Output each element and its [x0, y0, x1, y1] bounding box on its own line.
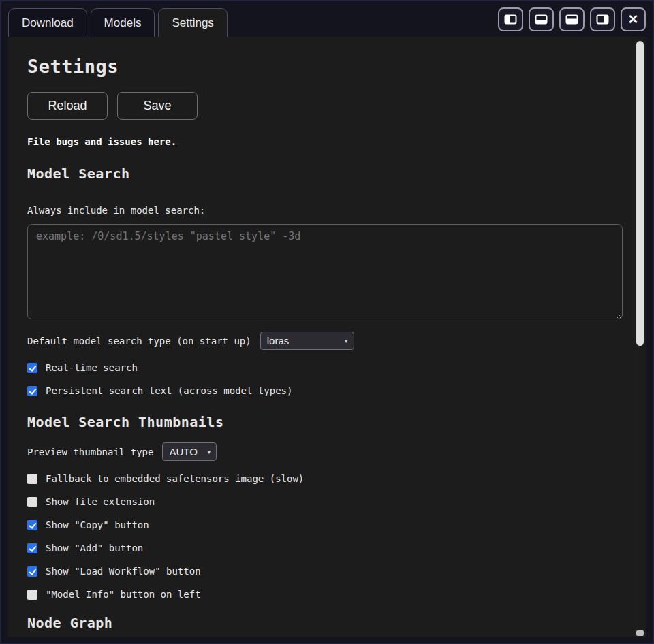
default-search-type-select-wrap: loras: [260, 332, 354, 350]
show-add-button-label: Show "Add" button: [46, 543, 143, 553]
model-info-left-row[interactable]: "Model Info" button on left: [27, 589, 623, 600]
show-add-button-checkbox[interactable]: [27, 543, 37, 553]
node-graph-heading: Node Graph: [27, 615, 623, 631]
titlebar: Download Models Settings: [1, 1, 653, 37]
panel-right-button[interactable]: [590, 7, 615, 31]
realtime-search-row[interactable]: Real-time search: [27, 362, 623, 373]
scrollbar-corner: [636, 630, 644, 636]
tab-download[interactable]: Download: [8, 8, 87, 37]
panel-bottom-icon: [535, 14, 548, 25]
show-load-workflow-row[interactable]: Show "Load Workflow" button: [27, 566, 623, 577]
vertical-scrollbar[interactable]: [634, 37, 646, 637]
panel-bottom-large-button[interactable]: [559, 7, 585, 31]
always-include-textarea[interactable]: [27, 224, 623, 319]
content-row: Settings Reload Save File bugs and issue…: [1, 37, 653, 643]
preview-thumbnail-select[interactable]: AUTO: [162, 442, 217, 461]
preview-thumbnail-select-wrap: AUTO: [162, 442, 217, 461]
close-icon: ✕: [628, 13, 639, 26]
realtime-search-label: Real-time search: [46, 362, 138, 373]
default-search-type-row: Default model search type (on start up) …: [27, 332, 623, 350]
action-buttons: Reload Save: [27, 92, 623, 120]
always-include-label: Always include in model search:: [27, 205, 623, 216]
settings-panel: Settings Reload Save File bugs and issue…: [8, 37, 634, 637]
page-title: Settings: [27, 56, 623, 77]
persistent-search-label: Persistent search text (across model typ…: [46, 385, 292, 396]
show-add-button-row[interactable]: Show "Add" button: [27, 543, 623, 553]
scrollbar-thumb[interactable]: [636, 41, 644, 346]
tab-settings[interactable]: Settings: [158, 8, 227, 37]
tab-models[interactable]: Models: [91, 8, 155, 37]
default-search-type-select[interactable]: loras: [260, 332, 354, 350]
show-copy-button-label: Show "Copy" button: [46, 519, 149, 530]
save-button[interactable]: Save: [117, 92, 198, 120]
show-file-extension-checkbox[interactable]: [27, 497, 37, 507]
persistent-search-row[interactable]: Persistent search text (across model typ…: [27, 385, 623, 396]
show-load-workflow-checkbox[interactable]: [27, 566, 37, 577]
panel-bottom-button[interactable]: [529, 7, 554, 31]
fallback-safetensors-label: Fallback to embedded safetensors image (…: [46, 473, 304, 484]
default-search-type-label: Default model search type (on start up): [27, 336, 251, 347]
panel-left-icon: [504, 14, 517, 25]
model-search-heading: Model Search: [27, 165, 623, 182]
show-load-workflow-label: Show "Load Workflow" button: [46, 566, 201, 577]
panel-right-icon: [596, 14, 609, 25]
reload-button[interactable]: Reload: [27, 92, 108, 120]
show-file-extension-row[interactable]: Show file extension: [27, 496, 623, 507]
settings-window: Download Models Settings: [0, 0, 654, 644]
close-button[interactable]: ✕: [621, 7, 646, 31]
panel-bottom-large-icon: [565, 14, 578, 25]
fallback-safetensors-checkbox[interactable]: [27, 474, 37, 484]
thumbnails-heading: Model Search Thumbnails: [27, 414, 623, 430]
fallback-safetensors-row[interactable]: Fallback to embedded safetensors image (…: [27, 473, 623, 484]
file-bugs-link[interactable]: File bugs and issues here.: [27, 136, 176, 147]
preview-thumbnail-label: Preview thumbnail type: [27, 447, 153, 457]
show-file-extension-label: Show file extension: [46, 496, 155, 507]
panel-left-button[interactable]: [498, 7, 523, 31]
model-info-left-label: "Model Info" button on left: [46, 589, 201, 600]
show-copy-button-row[interactable]: Show "Copy" button: [27, 519, 623, 530]
realtime-search-checkbox[interactable]: [27, 363, 37, 373]
show-copy-button-checkbox[interactable]: [27, 520, 37, 530]
preview-thumbnail-row: Preview thumbnail type AUTO: [27, 442, 623, 461]
persistent-search-checkbox[interactable]: [27, 386, 37, 396]
tab-bar: Download Models Settings: [8, 8, 228, 37]
window-controls: ✕: [498, 7, 646, 31]
model-info-left-checkbox[interactable]: [27, 590, 37, 600]
